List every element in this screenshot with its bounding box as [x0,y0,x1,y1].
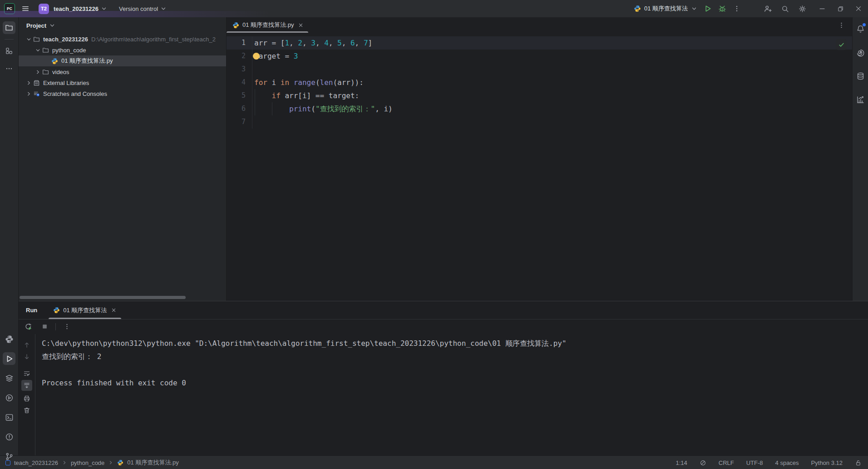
titlebar-left: PC T2 teach_20231226 Version control [0,3,167,14]
right-toolwindow-stripe [852,17,868,301]
run-tab-label: 01 顺序查找算法 [63,306,107,314]
expander-down-icon[interactable] [34,46,42,54]
line-number[interactable]: 4 [227,76,252,89]
editor-tabbar: 01 顺序查找算法.py [227,17,852,33]
notifications-button[interactable] [854,22,867,35]
python-packages-button[interactable] [3,333,15,345]
indent-widget[interactable]: 4 spaces [775,459,799,466]
breadcrumb-file[interactable]: 01 顺序查找算法.py [127,459,178,467]
project-selector[interactable]: teach_20231226 [54,5,107,12]
unlocked-padlock-icon[interactable] [855,459,862,466]
code-line-3[interactable]: 3 [227,63,852,76]
run-more-options-button[interactable] [61,321,72,332]
down-stacktrace-button[interactable] [21,351,32,362]
toolbar-divider [55,323,56,330]
line-number[interactable]: 6 [227,102,252,115]
code-area[interactable]: 1arr = [1, 2, 3, 4, 5, 6, 7]2target = 33… [227,33,852,301]
soft-wrap-button[interactable] [21,368,32,379]
line-number[interactable]: 2 [227,50,252,63]
terminal-toolwindow-button[interactable] [3,411,15,424]
line-number[interactable]: 7 [227,115,252,129]
console-output[interactable]: C:\dev\python\python312\python.exe "D:\A… [35,334,868,456]
python-console-button[interactable] [3,391,15,404]
more-actions-button[interactable] [731,3,743,15]
debug-button[interactable] [716,3,728,15]
close-run-tab-button[interactable] [111,307,117,313]
run-button[interactable] [702,3,714,15]
expander-right-icon[interactable] [25,90,33,97]
database-toolwindow-button[interactable] [854,70,867,82]
settings-button[interactable] [796,3,808,15]
clear-console-button[interactable] [21,405,32,416]
tree-item-01-顺序查找算法.py[interactable]: 01 顺序查找算法.py [19,55,226,66]
rerun-button[interactable] [23,321,34,332]
line-number[interactable]: 3 [227,63,252,76]
run-toolwindow-button[interactable] [3,352,15,365]
run-config-name: 01 顺序查找算法 [644,5,688,13]
run-tab[interactable]: 01 顺序查找算法 [49,301,121,319]
code-line-6[interactable]: 6 print("查找到的索引：", i) [227,102,852,115]
project-badge[interactable]: T2 [39,4,49,14]
sciview-toolwindow-button[interactable] [854,93,867,106]
check-icon [838,41,845,48]
vcs-selector[interactable]: Version control [119,5,167,12]
tree-item-teach_20231226[interactable]: teach_20231226D:\Algorithm\teach\algorit… [19,34,226,45]
console-toolbar [19,334,35,456]
tree-item-label: teach_20231226 [43,36,88,43]
stop-button[interactable] [39,321,50,332]
line-number[interactable]: 1 [227,36,252,50]
window-close-button[interactable] [853,3,864,15]
code-line-1[interactable]: 1arr = [1, 2, 3, 4, 5, 6, 7] [227,36,852,50]
highlighting-level-icon[interactable] [700,459,706,466]
version-control-toolwindow-button[interactable] [3,450,15,463]
run-config-selector[interactable]: 01 顺序查找算法 [634,5,697,13]
tree-item-scratches-and-consoles[interactable]: Scratches and Consoles [19,88,226,99]
breadcrumb-folder[interactable]: python_code [71,459,104,466]
chevron-right-icon [62,460,67,465]
caret-position-widget[interactable]: 1:14 [676,459,687,466]
intention-bulb-icon[interactable] [253,53,260,60]
scroll-to-end-button[interactable] [21,380,32,391]
expander-right-icon[interactable] [34,68,42,75]
project-panel-header[interactable]: Project [19,17,226,34]
window-minimize-button[interactable] [816,3,828,15]
main-menu-button[interactable] [21,5,30,13]
code-text: print("查找到的索引：", i) [252,102,393,115]
code-line-2[interactable]: 2target = 3 [227,50,852,63]
breadcrumb-project[interactable]: teach_20231226 [14,459,58,466]
tree-item-python_code[interactable]: python_code [19,45,226,55]
interpreter-widget[interactable]: Python 3.12 [811,459,843,466]
more-toolwindows-button[interactable] [3,62,15,75]
horizontal-scrollbar[interactable] [20,296,186,299]
line-number[interactable]: 5 [227,89,252,102]
search-everywhere-button[interactable] [779,3,791,15]
tree-item-videos[interactable]: videos [19,66,226,77]
editor-options-button[interactable] [838,22,845,29]
encoding-widget[interactable]: UTF-8 [746,459,763,466]
close-tab-button[interactable] [298,22,304,28]
code-line-7[interactable]: 7 [227,115,852,129]
line-ending-widget[interactable]: CRLF [719,459,734,466]
expander-down-icon[interactable] [25,35,33,43]
python-icon [51,57,59,65]
services-toolwindow-button[interactable] [3,372,15,384]
pycharm-logo[interactable]: PC [4,3,15,14]
project-toolwindow-button[interactable] [3,21,15,34]
code-with-me-button[interactable] [762,3,774,15]
code-line-4[interactable]: 4for i in range(len(arr)): [227,76,852,89]
editor-tab[interactable]: 01 顺序查找算法.py [227,17,308,33]
structure-toolwindow-button[interactable] [3,45,15,57]
code-line-5[interactable]: 5 if arr[i] == target: [227,89,852,102]
inspections-widget[interactable] [836,39,847,50]
ai-assistant-button[interactable] [854,46,867,59]
expander-right-icon[interactable] [25,79,33,86]
print-button[interactable] [21,393,32,404]
problems-toolwindow-button[interactable] [3,430,15,443]
tree-item-external-libraries[interactable]: External Libraries [19,77,226,88]
tree-item-label: videos [52,69,69,75]
up-stacktrace-button[interactable] [21,339,32,350]
chart-icon [856,95,865,104]
chevron-down-icon [49,22,55,29]
window-restore-button[interactable] [834,3,846,15]
console-line: C:\dev\python\python312\python.exe "D:\A… [42,337,868,350]
